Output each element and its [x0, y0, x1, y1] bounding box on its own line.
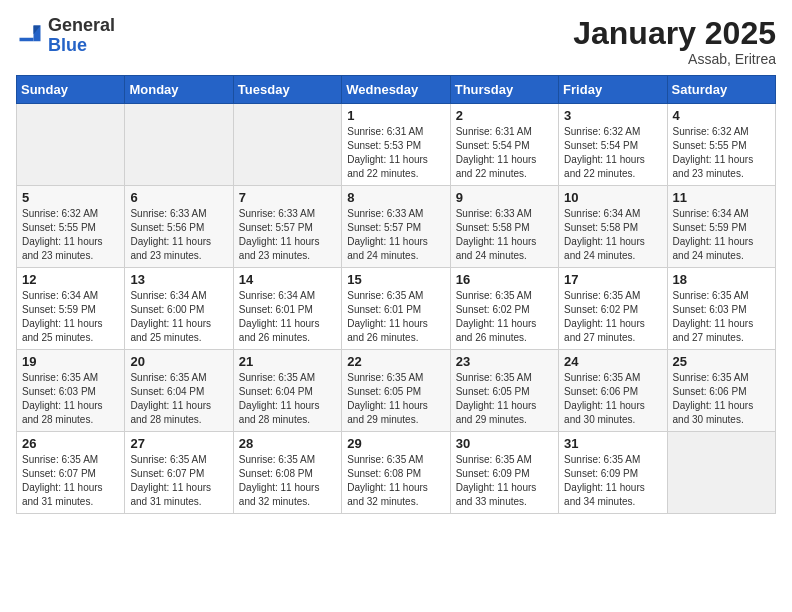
weekday-header-wednesday: Wednesday: [342, 76, 450, 104]
day-info: Sunrise: 6:35 AM Sunset: 6:06 PM Dayligh…: [564, 371, 661, 427]
svg-rect-2: [20, 38, 34, 42]
calendar-cell: 15Sunrise: 6:35 AM Sunset: 6:01 PM Dayli…: [342, 268, 450, 350]
calendar-cell: 13Sunrise: 6:34 AM Sunset: 6:00 PM Dayli…: [125, 268, 233, 350]
day-number: 9: [456, 190, 553, 205]
weekday-header-sunday: Sunday: [17, 76, 125, 104]
weekday-header-monday: Monday: [125, 76, 233, 104]
day-info: Sunrise: 6:32 AM Sunset: 5:54 PM Dayligh…: [564, 125, 661, 181]
calendar-cell: 7Sunrise: 6:33 AM Sunset: 5:57 PM Daylig…: [233, 186, 341, 268]
weekday-header-thursday: Thursday: [450, 76, 558, 104]
day-info: Sunrise: 6:35 AM Sunset: 6:07 PM Dayligh…: [130, 453, 227, 509]
day-info: Sunrise: 6:35 AM Sunset: 6:06 PM Dayligh…: [673, 371, 770, 427]
month-title: January 2025: [573, 16, 776, 51]
day-info: Sunrise: 6:33 AM Sunset: 5:57 PM Dayligh…: [347, 207, 444, 263]
day-number: 26: [22, 436, 119, 451]
logo-blue: Blue: [48, 35, 87, 55]
calendar-cell: [667, 432, 775, 514]
calendar-cell: [17, 104, 125, 186]
day-info: Sunrise: 6:35 AM Sunset: 6:09 PM Dayligh…: [564, 453, 661, 509]
day-info: Sunrise: 6:33 AM Sunset: 5:58 PM Dayligh…: [456, 207, 553, 263]
calendar-cell: 2Sunrise: 6:31 AM Sunset: 5:54 PM Daylig…: [450, 104, 558, 186]
calendar-cell: 5Sunrise: 6:32 AM Sunset: 5:55 PM Daylig…: [17, 186, 125, 268]
day-number: 11: [673, 190, 770, 205]
calendar-cell: 20Sunrise: 6:35 AM Sunset: 6:04 PM Dayli…: [125, 350, 233, 432]
day-info: Sunrise: 6:32 AM Sunset: 5:55 PM Dayligh…: [22, 207, 119, 263]
day-info: Sunrise: 6:31 AM Sunset: 5:54 PM Dayligh…: [456, 125, 553, 181]
day-number: 23: [456, 354, 553, 369]
calendar-cell: 10Sunrise: 6:34 AM Sunset: 5:58 PM Dayli…: [559, 186, 667, 268]
logo-general: General: [48, 15, 115, 35]
day-number: 24: [564, 354, 661, 369]
day-info: Sunrise: 6:35 AM Sunset: 6:04 PM Dayligh…: [130, 371, 227, 427]
calendar-cell: 4Sunrise: 6:32 AM Sunset: 5:55 PM Daylig…: [667, 104, 775, 186]
day-info: Sunrise: 6:33 AM Sunset: 5:57 PM Dayligh…: [239, 207, 336, 263]
day-info: Sunrise: 6:34 AM Sunset: 6:01 PM Dayligh…: [239, 289, 336, 345]
calendar-cell: 19Sunrise: 6:35 AM Sunset: 6:03 PM Dayli…: [17, 350, 125, 432]
calendar-table: SundayMondayTuesdayWednesdayThursdayFrid…: [16, 75, 776, 514]
day-number: 25: [673, 354, 770, 369]
day-number: 14: [239, 272, 336, 287]
day-number: 31: [564, 436, 661, 451]
day-number: 5: [22, 190, 119, 205]
day-number: 3: [564, 108, 661, 123]
day-info: Sunrise: 6:34 AM Sunset: 5:58 PM Dayligh…: [564, 207, 661, 263]
calendar-cell: 16Sunrise: 6:35 AM Sunset: 6:02 PM Dayli…: [450, 268, 558, 350]
day-number: 15: [347, 272, 444, 287]
day-info: Sunrise: 6:32 AM Sunset: 5:55 PM Dayligh…: [673, 125, 770, 181]
day-info: Sunrise: 6:34 AM Sunset: 5:59 PM Dayligh…: [673, 207, 770, 263]
calendar-week-3: 12Sunrise: 6:34 AM Sunset: 5:59 PM Dayli…: [17, 268, 776, 350]
location-subtitle: Assab, Eritrea: [573, 51, 776, 67]
calendar-cell: 21Sunrise: 6:35 AM Sunset: 6:04 PM Dayli…: [233, 350, 341, 432]
weekday-header-friday: Friday: [559, 76, 667, 104]
weekday-header-row: SundayMondayTuesdayWednesdayThursdayFrid…: [17, 76, 776, 104]
calendar-cell: 31Sunrise: 6:35 AM Sunset: 6:09 PM Dayli…: [559, 432, 667, 514]
day-info: Sunrise: 6:35 AM Sunset: 6:08 PM Dayligh…: [347, 453, 444, 509]
day-number: 12: [22, 272, 119, 287]
weekday-header-saturday: Saturday: [667, 76, 775, 104]
calendar-cell: 18Sunrise: 6:35 AM Sunset: 6:03 PM Dayli…: [667, 268, 775, 350]
day-info: Sunrise: 6:35 AM Sunset: 6:05 PM Dayligh…: [347, 371, 444, 427]
day-info: Sunrise: 6:35 AM Sunset: 6:02 PM Dayligh…: [456, 289, 553, 345]
day-number: 20: [130, 354, 227, 369]
day-info: Sunrise: 6:35 AM Sunset: 6:03 PM Dayligh…: [22, 371, 119, 427]
calendar-cell: 12Sunrise: 6:34 AM Sunset: 5:59 PM Dayli…: [17, 268, 125, 350]
calendar-week-2: 5Sunrise: 6:32 AM Sunset: 5:55 PM Daylig…: [17, 186, 776, 268]
day-info: Sunrise: 6:35 AM Sunset: 6:08 PM Dayligh…: [239, 453, 336, 509]
calendar-cell: 1Sunrise: 6:31 AM Sunset: 5:53 PM Daylig…: [342, 104, 450, 186]
day-number: 8: [347, 190, 444, 205]
day-number: 29: [347, 436, 444, 451]
logo-icon: [16, 22, 44, 50]
day-number: 13: [130, 272, 227, 287]
day-info: Sunrise: 6:35 AM Sunset: 6:04 PM Dayligh…: [239, 371, 336, 427]
calendar-cell: 25Sunrise: 6:35 AM Sunset: 6:06 PM Dayli…: [667, 350, 775, 432]
day-info: Sunrise: 6:34 AM Sunset: 5:59 PM Dayligh…: [22, 289, 119, 345]
day-number: 18: [673, 272, 770, 287]
day-number: 16: [456, 272, 553, 287]
calendar-week-4: 19Sunrise: 6:35 AM Sunset: 6:03 PM Dayli…: [17, 350, 776, 432]
title-block: January 2025 Assab, Eritrea: [573, 16, 776, 67]
calendar-cell: 24Sunrise: 6:35 AM Sunset: 6:06 PM Dayli…: [559, 350, 667, 432]
calendar-cell: 30Sunrise: 6:35 AM Sunset: 6:09 PM Dayli…: [450, 432, 558, 514]
day-number: 1: [347, 108, 444, 123]
calendar-cell: 27Sunrise: 6:35 AM Sunset: 6:07 PM Dayli…: [125, 432, 233, 514]
calendar-week-1: 1Sunrise: 6:31 AM Sunset: 5:53 PM Daylig…: [17, 104, 776, 186]
calendar-cell: 9Sunrise: 6:33 AM Sunset: 5:58 PM Daylig…: [450, 186, 558, 268]
day-number: 7: [239, 190, 336, 205]
day-number: 4: [673, 108, 770, 123]
calendar-week-5: 26Sunrise: 6:35 AM Sunset: 6:07 PM Dayli…: [17, 432, 776, 514]
day-info: Sunrise: 6:34 AM Sunset: 6:00 PM Dayligh…: [130, 289, 227, 345]
day-number: 21: [239, 354, 336, 369]
day-number: 2: [456, 108, 553, 123]
weekday-header-tuesday: Tuesday: [233, 76, 341, 104]
day-info: Sunrise: 6:31 AM Sunset: 5:53 PM Dayligh…: [347, 125, 444, 181]
day-number: 19: [22, 354, 119, 369]
day-info: Sunrise: 6:35 AM Sunset: 6:09 PM Dayligh…: [456, 453, 553, 509]
logo: General Blue: [16, 16, 115, 56]
day-info: Sunrise: 6:35 AM Sunset: 6:03 PM Dayligh…: [673, 289, 770, 345]
calendar-cell: 17Sunrise: 6:35 AM Sunset: 6:02 PM Dayli…: [559, 268, 667, 350]
calendar-cell: [233, 104, 341, 186]
calendar-cell: 6Sunrise: 6:33 AM Sunset: 5:56 PM Daylig…: [125, 186, 233, 268]
day-info: Sunrise: 6:35 AM Sunset: 6:01 PM Dayligh…: [347, 289, 444, 345]
logo-text: General Blue: [48, 16, 115, 56]
calendar-cell: 8Sunrise: 6:33 AM Sunset: 5:57 PM Daylig…: [342, 186, 450, 268]
